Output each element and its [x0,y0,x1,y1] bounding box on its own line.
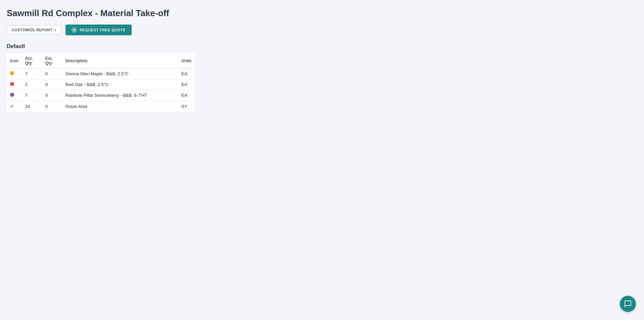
cell-units: SY [178,101,195,112]
toolbar: CUSTOMIZE REPORT ▾ REQUEST FREE QUOTE [7,25,195,35]
section-title: Default [7,43,195,49]
page-title: Sawmill Rd Complex - Material Take-off [7,8,195,18]
item-icon-leaf: ✔ [10,104,14,109]
cell-est-qty: 0 [42,79,62,90]
item-icon-purple [10,93,14,97]
cell-description: Sienna Glen Maple - B&B, 2.5"C [62,69,178,79]
table-header-row: Icon Act. Qty Est. Qty Description Units [7,53,195,69]
request-quote-button[interactable]: REQUEST FREE QUOTE [66,25,132,35]
item-icon-red [10,82,14,86]
cell-act-qty: 2 [22,79,42,90]
cell-act-qty: 7 [22,69,42,79]
cell-icon: ✔ [7,101,22,112]
cell-icon [7,90,22,101]
quote-icon [72,27,77,33]
cell-act-qty: 33 [22,101,42,112]
material-table: Icon Act. Qty Est. Qty Description Units… [7,53,195,112]
col-header-description: Description [62,53,178,69]
customize-report-label: CUSTOMIZE REPORT [12,28,52,32]
table-row: 20Red Oak - B&B, 2.5"CEA [7,79,195,90]
cell-description: Grass Area [62,101,178,112]
chevron-down-icon: ▾ [54,28,56,32]
request-quote-label: REQUEST FREE QUOTE [80,28,126,32]
col-header-est-qty: Est. Qty [42,53,62,69]
col-header-icon: Icon [7,53,22,69]
cell-description: Rainbow Pillar Serviceberry - B&B, 6-7'H… [62,90,178,101]
cell-est-qty: 0 [42,101,62,112]
cell-est-qty: 0 [42,90,62,101]
cell-description: Red Oak - B&B, 2.5"C [62,79,178,90]
item-icon-orange [10,71,14,75]
table-row: ✔330Grass AreaSY [7,101,195,112]
col-header-units: Units [178,53,195,69]
page-container: Sawmill Rd Complex - Material Take-off C… [0,0,202,120]
chat-button[interactable] [620,296,636,312]
customize-report-button[interactable]: CUSTOMIZE REPORT ▾ [7,25,61,35]
cell-units: EA [178,90,195,101]
cell-icon [7,69,22,79]
cell-units: EA [178,79,195,90]
cell-units: EA [178,69,195,79]
cell-act-qty: 7 [22,90,42,101]
cell-est-qty: 0 [42,69,62,79]
col-header-act-qty: Act. Qty [22,53,42,69]
table-row: 70Sienna Glen Maple - B&B, 2.5"CEA [7,69,195,79]
table-row: 70Rainbow Pillar Serviceberry - B&B, 6-7… [7,90,195,101]
cell-icon [7,79,22,90]
